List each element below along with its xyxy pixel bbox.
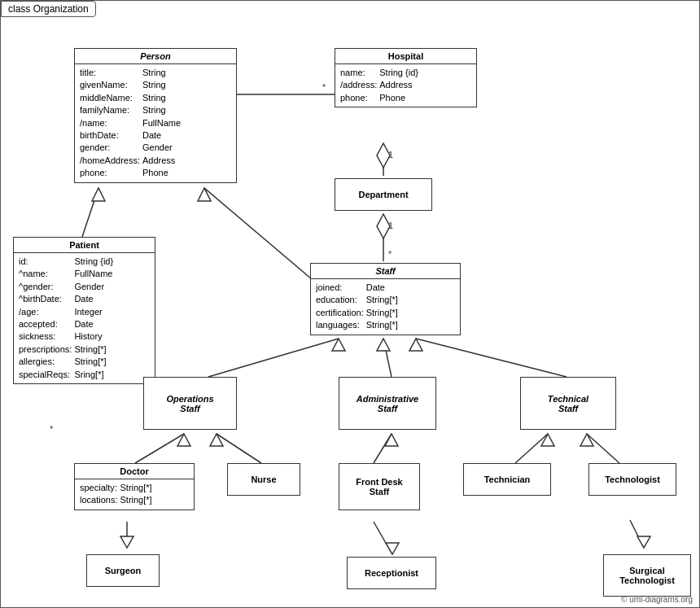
person-header: Person (75, 49, 236, 64)
svg-marker-36 (637, 536, 650, 548)
technical-staff-label: Technical Staff (548, 394, 588, 413)
svg-line-19 (416, 339, 567, 377)
hospital-attrs: name:String {id} /address:Address phone:… (335, 64, 476, 107)
technologist-label: Technologist (605, 475, 660, 484)
nurse-class: Nurse (227, 463, 300, 496)
technologist-class: Technologist (588, 463, 676, 496)
svg-marker-26 (385, 434, 398, 446)
svg-marker-22 (177, 434, 190, 446)
svg-line-23 (217, 434, 261, 463)
diagram-container: class Organization * * 1 * 1 * (0, 0, 700, 608)
svg-line-25 (374, 434, 392, 463)
patient-class: Patient id:String {id} ^name:FullName ^g… (13, 237, 155, 384)
surgeon-label: Surgeon (105, 566, 142, 575)
svg-line-17 (383, 339, 392, 377)
hospital-header: Hospital (335, 49, 476, 64)
svg-marker-32 (120, 536, 133, 548)
receptionist-class: Receptionist (347, 557, 436, 589)
staff-class: Staff joined:Date education:String[*] ce… (310, 263, 461, 335)
svg-line-33 (374, 522, 392, 554)
hospital-class: Hospital name:String {id} /address:Addre… (335, 48, 477, 107)
technician-class: Technician (463, 463, 551, 496)
patient-attrs: id:String {id} ^name:FullName ^gender:Ge… (14, 253, 155, 383)
svg-marker-34 (386, 543, 399, 554)
svg-marker-14 (198, 188, 211, 201)
department-class: Department (335, 178, 432, 211)
svg-marker-20 (409, 339, 422, 351)
person-attrs: title:String givenName:String middleName… (75, 64, 236, 182)
administrative-staff-class: Administrative Staff (339, 377, 436, 430)
front-desk-staff-label: Front Desk Staff (356, 477, 402, 496)
nurse-label: Nurse (251, 475, 276, 484)
svg-marker-4 (377, 143, 390, 168)
svg-line-11 (82, 188, 98, 237)
operations-staff-label: Operations Staff (166, 394, 213, 413)
doctor-class: Doctor specialty:String[*] locations:Str… (74, 463, 195, 510)
svg-text:1: 1 (388, 150, 393, 160)
technical-staff-class: Technical Staff (520, 377, 616, 430)
svg-line-27 (515, 434, 548, 463)
staff-header: Staff (311, 264, 460, 279)
copyright: © uml-diagrams.org (621, 595, 693, 604)
svg-line-15 (208, 339, 339, 377)
svg-marker-16 (332, 339, 345, 351)
patient-header: Patient (14, 238, 155, 253)
svg-marker-18 (377, 339, 390, 351)
svg-marker-12 (92, 188, 105, 201)
technician-label: Technician (484, 475, 531, 484)
staff-attrs: joined:Date education:String[*] certific… (311, 279, 460, 335)
receptionist-label: Receptionist (365, 568, 418, 578)
svg-line-29 (587, 434, 619, 463)
surgeon-class: Surgeon (86, 554, 160, 587)
svg-text:1: 1 (388, 221, 393, 230)
doctor-header: Doctor (75, 464, 194, 479)
doctor-attrs: specialty:String[*] locations:String[*] (75, 479, 194, 510)
svg-marker-8 (377, 214, 390, 238)
operations-staff-class: Operations Staff (143, 377, 237, 430)
diagram-title: class Organization (1, 1, 96, 17)
svg-marker-30 (580, 434, 593, 446)
surgical-technologist-class: Surgical Technologist (603, 554, 691, 597)
department-label: Department (358, 190, 408, 199)
svg-line-35 (630, 520, 644, 548)
svg-marker-28 (541, 434, 554, 446)
person-class: Person title:String givenName:String mid… (74, 48, 237, 183)
surgical-technologist-label: Surgical Technologist (619, 566, 675, 585)
svg-line-21 (135, 434, 184, 463)
svg-text:*: * (50, 424, 54, 434)
svg-text:*: * (388, 249, 392, 259)
front-desk-staff-class: Front Desk Staff (339, 463, 420, 510)
svg-text:*: * (322, 82, 326, 92)
administrative-staff-label: Administrative Staff (357, 394, 418, 413)
svg-marker-24 (210, 434, 223, 446)
